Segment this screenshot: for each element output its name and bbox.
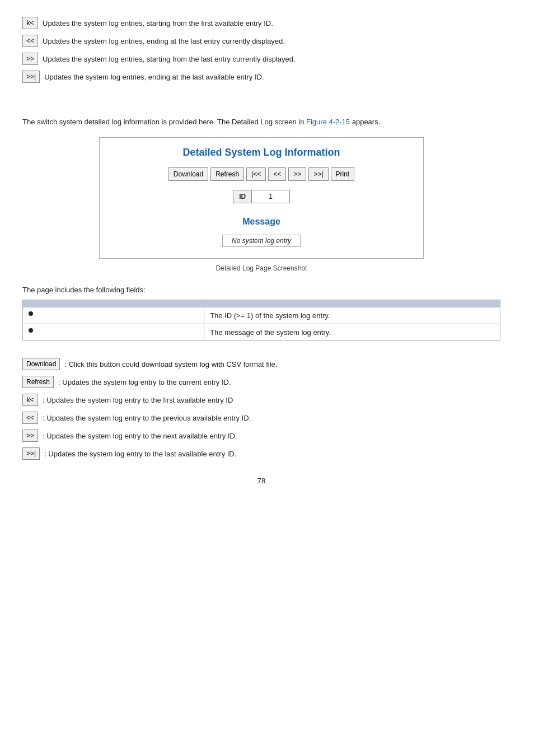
nav-entry-3: >>| Updates the system log entries, endi… (22, 71, 500, 83)
log-panel-title: Detailed System Log Information (111, 147, 412, 158)
bottom-entry-text-5: : Updates the system log entry to the la… (44, 447, 236, 460)
nav-entry-1: << Updates the system log entries, endin… (22, 35, 500, 47)
log-panel: Detailed System Log Information Download… (99, 137, 424, 259)
nav-entry-text-0: Updates the system log entries, starting… (43, 17, 273, 29)
bottom-entry-download: Download : Click this button could downl… (22, 358, 500, 370)
fields-table: The ID (>= 1) of the system log entry. T… (22, 300, 500, 341)
id-value: 1 (252, 190, 290, 203)
bottom-entry-text-3: : Updates the system log entry to the pr… (43, 412, 251, 424)
col1-header (23, 300, 204, 307)
message-value-container: No system log entry (111, 235, 412, 247)
bottom-entry-refresh: Refresh : Updates the system log entry t… (22, 376, 500, 388)
bottom-refresh-btn[interactable]: Refresh (22, 376, 54, 388)
id-row: ID 1 (111, 190, 412, 203)
intro-text-after: appears. (350, 118, 380, 126)
print-button[interactable]: Print (331, 167, 355, 181)
nav-entry-0: k< Updates the system log entries, start… (22, 17, 500, 29)
no-entry-text: No system log entry (222, 235, 301, 247)
toolbar-first-btn[interactable]: |<< (246, 167, 266, 181)
toolbar-prev-btn[interactable]: << (268, 167, 286, 181)
download-button[interactable]: Download (168, 167, 208, 181)
page-number: 78 (22, 477, 500, 485)
bottom-entry-prev: << : Updates the system log entry to the… (22, 412, 500, 424)
fields-intro: The page includes the following fields: (22, 286, 500, 294)
figure-caption: Detailed Log Page Screenshot (22, 264, 500, 272)
id-label: ID (233, 190, 252, 203)
nav-entry-2: >> Updates the system log entries, start… (22, 53, 500, 65)
toolbar-last-btn[interactable]: >>| (308, 167, 328, 181)
bottom-entry-text-2: : Updates the system log entry to the fi… (43, 394, 233, 406)
bottom-first-btn[interactable]: k< (22, 394, 38, 406)
refresh-button[interactable]: Refresh (210, 167, 244, 181)
col2-header (204, 300, 500, 307)
bottom-entry-text-4: : Updates the system log entry to the ne… (43, 430, 237, 442)
bottom-entry-next: >> : Updates the system log entry to the… (22, 430, 500, 442)
bottom-entry-first: k< : Updates the system log entry to the… (22, 394, 500, 406)
nav-btn-prev[interactable]: << (22, 35, 38, 47)
nav-btn-first[interactable]: k< (22, 17, 38, 29)
spacer-1 (22, 94, 500, 116)
bottom-download-btn[interactable]: Download (22, 358, 60, 370)
bottom-entry-last: >>| : Updates the system log entry to th… (22, 447, 500, 460)
bullet-icon (29, 328, 33, 333)
bullet-icon (29, 311, 33, 316)
top-nav-section: k< Updates the system log entries, start… (22, 17, 500, 83)
intro-paragraph: The switch system detailed log informati… (22, 116, 500, 128)
log-panel-toolbar: Download Refresh |<< << >> >>| Print (111, 167, 412, 181)
field-desc-id: The ID (>= 1) of the system log entry. (204, 307, 500, 324)
field-desc-message: The message of the system log entry. (204, 324, 500, 340)
toolbar-next-btn[interactable]: >> (288, 167, 306, 181)
bottom-next-btn[interactable]: >> (22, 430, 38, 442)
bottom-entry-text-1: : Updates the system log entry to the cu… (58, 376, 231, 388)
table-row: The message of the system log entry. (23, 324, 500, 340)
bottom-last-btn[interactable]: >>| (22, 447, 40, 460)
bottom-prev-btn[interactable]: << (22, 412, 38, 424)
nav-entry-text-3: Updates the system log entries, ending a… (44, 71, 264, 83)
figure-link[interactable]: Figure 4-2-15 (306, 118, 350, 126)
nav-btn-next[interactable]: >> (22, 53, 38, 65)
field-name-id (23, 307, 204, 324)
intro-text-before: The switch system detailed log informati… (22, 118, 306, 126)
nav-btn-last[interactable]: >>| (22, 71, 40, 83)
bottom-section: Download : Click this button could downl… (22, 358, 500, 460)
message-title: Message (111, 217, 412, 227)
nav-entry-text-2: Updates the system log entries, starting… (43, 53, 296, 65)
field-name-message (23, 324, 204, 340)
nav-entry-text-1: Updates the system log entries, ending a… (43, 35, 285, 47)
bottom-entry-text-0: : Click this button could download syste… (64, 358, 277, 370)
table-row: The ID (>= 1) of the system log entry. (23, 307, 500, 324)
